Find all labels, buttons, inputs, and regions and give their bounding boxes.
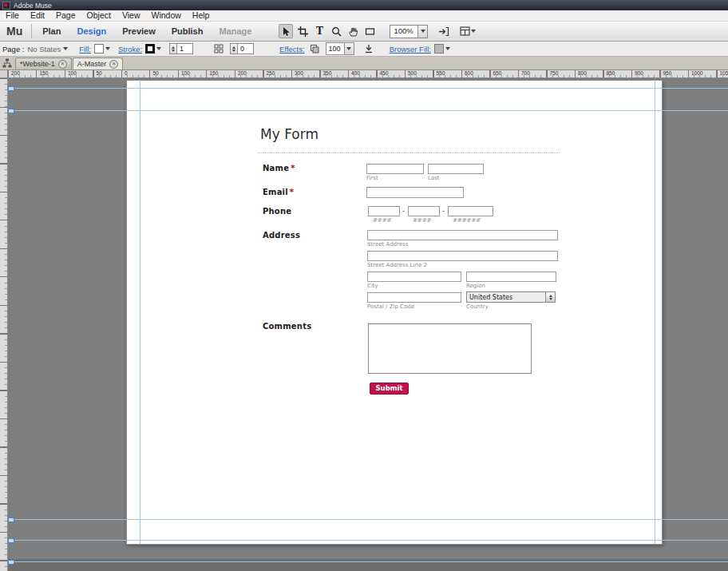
ruler-number: 500	[406, 70, 435, 77]
text-tool-button[interactable]: T	[312, 24, 326, 38]
down-arrow-icon	[364, 44, 374, 54]
phone-area-field[interactable]	[368, 206, 400, 216]
top-of-page-guide[interactable]	[8, 88, 728, 89]
guide-handle[interactable]	[8, 109, 14, 113]
guide-handle[interactable]	[8, 560, 14, 565]
fill-swatch[interactable]	[94, 44, 104, 54]
submit-button[interactable]: Submit	[370, 383, 409, 395]
last-name-field[interactable]	[428, 164, 484, 174]
ruler-origin-corner	[0, 70, 8, 78]
layout-options-button[interactable]	[460, 24, 476, 38]
document-tab[interactable]: A-Master ×	[73, 57, 124, 69]
country-hint: Country	[466, 303, 489, 310]
selection-tool-button[interactable]	[279, 24, 293, 38]
rectangle-tool-button[interactable]	[362, 24, 377, 38]
menu-item[interactable]: Window	[145, 10, 186, 21]
postal-code-hint: Postal / Zip Code	[367, 303, 414, 310]
select-stepper-icon[interactable]	[545, 292, 555, 302]
design-canvas[interactable]: My Form Name* First Last Email* Phone - …	[8, 78, 728, 571]
toolbar-divider	[31, 24, 32, 38]
ruler-number: 50	[95, 70, 124, 77]
sitemap-icon	[2, 58, 12, 68]
chevron-down-icon	[346, 47, 351, 50]
first-name-field[interactable]	[366, 164, 424, 174]
mode-nav-item[interactable]: Design	[69, 22, 114, 41]
mode-nav-item[interactable]: Manage	[211, 22, 259, 41]
close-icon[interactable]: ×	[58, 60, 67, 69]
zoom-tool-button[interactable]	[329, 24, 343, 38]
menu-item[interactable]: Object	[81, 10, 117, 21]
hand-icon	[348, 26, 358, 37]
menu-item[interactable]: Edit	[25, 10, 50, 21]
left-margin-guide[interactable]	[140, 80, 140, 544]
ruler-number: 50	[152, 70, 180, 77]
crop-tool-button[interactable]	[295, 24, 310, 38]
ruler-number: 900	[633, 70, 662, 77]
ruler-number: 250	[265, 70, 294, 77]
page-state-dropdown[interactable]: No States	[27, 45, 68, 54]
mode-nav-item[interactable]: Preview	[114, 22, 164, 41]
guide-handle[interactable]	[8, 538, 14, 543]
comments-textarea[interactable]	[368, 323, 532, 374]
ruler-number: 700	[520, 70, 548, 77]
street-address-field[interactable]	[367, 230, 558, 240]
opacity-control[interactable]: 100	[326, 42, 354, 55]
anchor-button[interactable]	[362, 43, 375, 55]
zoom-control[interactable]: 100%	[390, 25, 428, 38]
guide-handle[interactable]	[8, 86, 14, 91]
document-tab[interactable]: *Website-1 ×	[15, 57, 72, 69]
form-title: My Form	[260, 126, 318, 142]
control-bar: Page : No States Fill: Stroke: 1 0 Effec…	[0, 42, 728, 57]
phone-line-field[interactable]	[448, 206, 493, 216]
effects-options-button[interactable]	[308, 43, 321, 55]
stroke-width-value: 1	[176, 43, 193, 54]
fill-link[interactable]: Fill:	[79, 45, 91, 54]
page-canvas[interactable]: My Form Name* First Last Email* Phone - …	[126, 80, 663, 545]
footer-guide[interactable]	[8, 519, 728, 520]
chevron-down-icon	[63, 47, 68, 50]
header-guide[interactable]	[8, 110, 728, 111]
stroke-swatch[interactable]	[145, 44, 155, 54]
browser-fill-link[interactable]: Browser Fill:	[390, 45, 431, 54]
corner-radius-stepper[interactable]: 0	[230, 43, 254, 54]
phone-prefix-field[interactable]	[408, 206, 440, 216]
stepper-arrows-icon[interactable]	[169, 43, 176, 54]
import-button[interactable]	[436, 24, 452, 38]
zoom-dropdown-button[interactable]	[417, 26, 427, 38]
menu-item[interactable]: Help	[187, 10, 216, 21]
ruler-number: 800	[576, 70, 605, 77]
mode-nav-item[interactable]: Plan	[34, 22, 69, 41]
ruler-number: 100	[180, 70, 208, 77]
guide-handle[interactable]	[8, 517, 14, 522]
close-icon[interactable]: ×	[109, 60, 118, 69]
postal-code-field[interactable]	[367, 292, 461, 303]
stroke-link[interactable]: Stroke:	[118, 45, 142, 54]
browser-fill-control[interactable]	[434, 44, 450, 54]
right-margin-guide[interactable]	[655, 80, 655, 544]
menu-item[interactable]: File	[0, 10, 25, 21]
browser-fill-swatch[interactable]	[434, 44, 444, 54]
bottom-of-page-guide[interactable]	[8, 540, 728, 541]
fill-color-control[interactable]	[94, 44, 110, 54]
stepper-arrows-icon[interactable]	[230, 43, 237, 54]
bottom-of-browser-guide[interactable]	[8, 561, 728, 562]
mode-nav-item[interactable]: Publish	[164, 22, 212, 41]
stroke-color-control[interactable]	[145, 44, 161, 54]
region-field[interactable]	[466, 272, 556, 282]
street-address2-field[interactable]	[367, 251, 558, 261]
hand-tool-button[interactable]	[346, 24, 360, 38]
menu-item[interactable]: Page	[50, 10, 81, 21]
opacity-dropdown-button[interactable]	[344, 43, 354, 54]
phone-label: Phone	[263, 207, 291, 216]
stroke-width-stepper[interactable]: 1	[169, 43, 193, 54]
effects-link[interactable]: Effects:	[279, 45, 305, 54]
city-field[interactable]	[367, 272, 461, 282]
zoom-value: 100%	[390, 26, 417, 38]
ruler-number: 1050	[718, 70, 728, 77]
corner-options-button[interactable]	[212, 43, 225, 55]
tool-palette: T	[279, 24, 377, 38]
menu-bar: FileEditPageObjectViewWindowHelp	[0, 10, 728, 22]
menu-item[interactable]: View	[117, 10, 146, 21]
email-field[interactable]	[366, 187, 464, 198]
country-select[interactable]: United States	[466, 291, 556, 303]
